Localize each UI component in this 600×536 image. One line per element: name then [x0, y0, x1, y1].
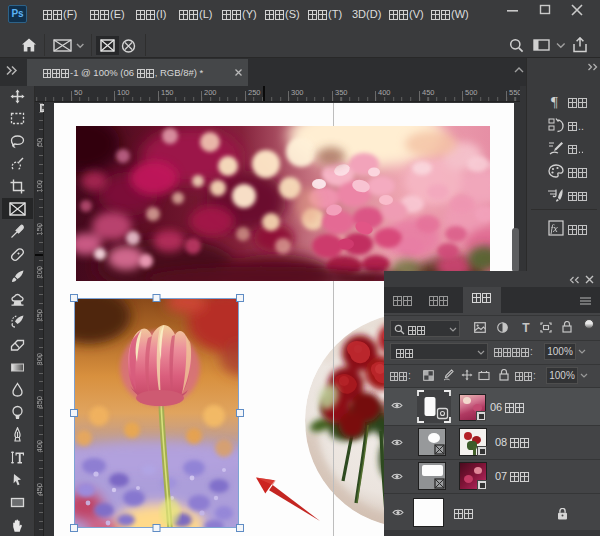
svg-text:fx: fx: [551, 223, 559, 234]
svg-text:¶: ¶: [551, 94, 558, 109]
